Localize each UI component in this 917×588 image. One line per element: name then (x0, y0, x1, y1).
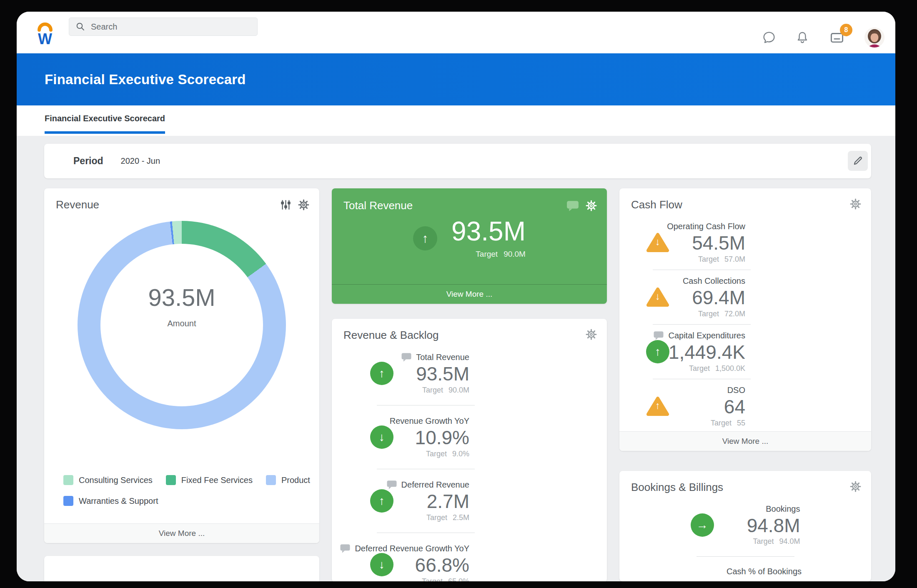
notifications-bell-icon[interactable] (795, 30, 809, 45)
metric-deferred-revenue[interactable]: ↑ Deferred Revenue 2.7M Target2.5M (332, 469, 607, 533)
chat-icon[interactable] (762, 30, 776, 45)
cash-flow-card: Cash Flow (619, 188, 871, 451)
donut-total-label: Amount (78, 319, 286, 328)
page-title: Financial Executive Scorecard (45, 72, 246, 88)
svg-text:W: W (38, 30, 52, 45)
legend-item[interactable]: Fixed Fee Services (166, 475, 253, 485)
app-window: W Search (17, 12, 895, 581)
cash-flow-view-more-button[interactable]: View More ... (619, 431, 871, 451)
comment-icon[interactable] (566, 200, 579, 212)
total-revenue-value: 93.5M (451, 218, 526, 245)
gear-icon[interactable] (850, 481, 861, 492)
donut-total-value: 93.5M (78, 283, 286, 311)
metric-total-revenue[interactable]: ↑ Total Revenue 93.5M Target90.0M (332, 342, 607, 405)
topbar: W Search (17, 12, 895, 53)
metric-cash-pct-of-bookings-label: Cash % of Bookings (619, 557, 871, 576)
gear-icon[interactable] (586, 329, 597, 340)
revenue-backlog-title: Revenue & Backlog (343, 329, 438, 342)
metric-operating-cash-flow[interactable]: ↓ Operating Cash Flow 54.5M Target57.0M (619, 215, 871, 270)
revenue-card: Revenue (44, 188, 319, 543)
arrow-up-circle-icon: ↑ (413, 226, 437, 250)
legend-swatch (63, 475, 73, 485)
metric-capital-expenditures[interactable]: ↑ Capital Expenditures 1,449.4K Target1,… (619, 325, 871, 379)
workday-logo-icon[interactable]: W (36, 21, 54, 45)
inbox-badge: 8 (840, 24, 852, 36)
tab-bar: Financial Executive Scorecard (17, 105, 895, 136)
revenue-view-more-button[interactable]: View More ... (44, 523, 319, 543)
metric-deferred-revenue-growth-yoy[interactable]: ↓ Deferred Revenue Growth YoY 66.8% Targ… (332, 533, 607, 581)
bookings-billings-title: Bookings & Billings (631, 481, 723, 494)
edit-period-button[interactable] (848, 151, 868, 171)
search-placeholder: Search (91, 22, 117, 32)
search-input[interactable]: Search (69, 18, 258, 36)
donut-center: 93.5M Amount (78, 283, 286, 328)
donut-legend: Consulting Services Fixed Fee Services P… (63, 475, 305, 517)
cash-flow-title: Cash Flow (631, 198, 682, 211)
revenue-donut-chart[interactable]: 93.5M Amount (78, 221, 286, 429)
legend-item[interactable]: Product (266, 475, 310, 485)
legend-item[interactable]: Consulting Services (63, 475, 153, 485)
user-avatar[interactable] (864, 28, 884, 48)
total-revenue-title: Total Revenue (343, 199, 413, 212)
legend-swatch (266, 475, 276, 485)
dashboard-content: Period 2020 - Jun Revenue (17, 136, 895, 581)
comment-icon (386, 480, 397, 490)
total-revenue-view-more-button[interactable]: View More ... (332, 284, 607, 304)
metric-cash-collections[interactable]: ↓ Cash Collections 69.4M Target72.0M (619, 270, 871, 324)
metric-revenue-growth-yoy[interactable]: ↓ Revenue Growth YoY 10.9% Target9.0% (332, 405, 607, 469)
page-header: Financial Executive Scorecard (17, 53, 895, 105)
total-revenue-metric: ↑ 93.5M Target90.0M (332, 218, 607, 259)
comment-icon (340, 544, 351, 553)
gear-icon[interactable] (850, 198, 861, 210)
total-revenue-card: Total Revenue (332, 188, 607, 304)
inbox-tray-icon[interactable]: 8 (829, 30, 845, 45)
period-label: Period (73, 155, 103, 167)
period-value: 2020 - Jun (121, 156, 160, 166)
metric-dso[interactable]: ↑ DSO 64 Target55 (619, 379, 871, 433)
search-icon (76, 22, 85, 31)
gear-icon[interactable] (298, 199, 309, 210)
gear-icon[interactable] (586, 200, 597, 211)
topbar-actions: 8 (762, 27, 884, 48)
legend-swatch (166, 475, 176, 485)
legend-item[interactable]: Warranties & Support (63, 496, 158, 506)
metric-bookings[interactable]: → Bookings 94.8M Target94.0M (619, 494, 871, 556)
arrow-right-circle-icon: → (691, 513, 714, 537)
comment-icon (401, 353, 412, 362)
active-tab-indicator (45, 131, 165, 134)
pencil-icon (852, 155, 863, 166)
tab-financial-executive-scorecard[interactable]: Financial Executive Scorecard (45, 105, 165, 136)
revenue-backlog-card: Revenue & Backlog ↑ (332, 319, 607, 581)
revenue-card-title: Revenue (56, 198, 99, 211)
period-card: Period 2020 - Jun (44, 144, 871, 178)
total-revenue-target: Target90.0M (451, 250, 526, 259)
bookings-billings-card: Bookings & Billings → (619, 471, 871, 581)
legend-swatch (63, 496, 73, 506)
next-card-peek (44, 556, 319, 581)
filter-sliders-icon[interactable] (280, 199, 291, 210)
comment-icon (653, 331, 664, 340)
